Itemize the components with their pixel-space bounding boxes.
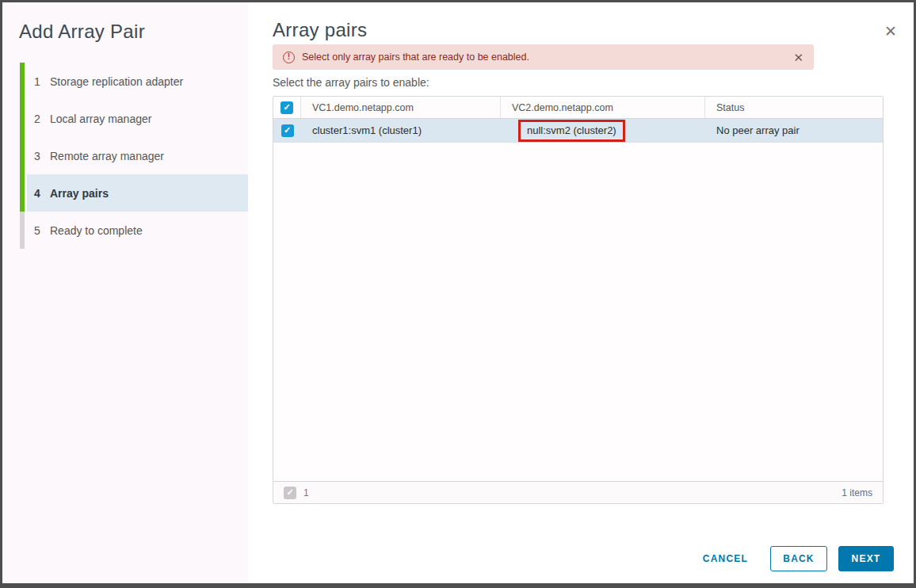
alert-message: Select only array pairs that are ready t… xyxy=(302,52,529,63)
row-select-cell: ✓ xyxy=(273,119,301,142)
step-label: Local array manager xyxy=(50,113,151,125)
step-progress-bar xyxy=(20,212,25,249)
step-progress-bar xyxy=(20,137,25,174)
step-label: Ready to complete xyxy=(50,224,143,237)
cancel-button[interactable]: CANCEL xyxy=(700,546,751,571)
step-number: 2 xyxy=(32,113,42,125)
remote-array-cell: null:svm2 (cluster2) xyxy=(501,119,705,142)
status-cell: No peer array pair xyxy=(705,119,883,142)
exclamation-circle-icon: ! xyxy=(283,52,295,63)
step-ready-to-complete[interactable]: 5 Ready to complete xyxy=(2,212,248,249)
step-number: 3 xyxy=(32,150,42,162)
step-progress-bar xyxy=(20,63,25,100)
array-pairs-table: ✓ VC1.demo.netapp.com VC2.demo.netapp.co… xyxy=(273,96,884,504)
red-highlight-box: null:svm2 (cluster2) xyxy=(518,120,625,142)
selected-count-checkbox-icon: ✓ xyxy=(284,487,296,499)
column-header-vc1: VC1.demo.netapp.com xyxy=(301,97,501,118)
column-header-vc2: VC2.demo.netapp.com xyxy=(501,97,705,118)
step-number: 1 xyxy=(32,75,42,88)
remote-array-value: null:svm2 (cluster2) xyxy=(527,124,616,136)
next-button[interactable]: NEXT xyxy=(838,546,894,571)
step-label: Storage replication adapter xyxy=(50,75,183,88)
step-local-array-manager[interactable]: 2 Local array manager xyxy=(2,100,248,137)
wizard-page-array-pairs: ✕ Array pairs ! Select only array pairs … xyxy=(248,2,914,583)
page-title: Array pairs xyxy=(273,19,914,41)
wizard-sidebar: Add Array Pair 1 Storage replication ada… xyxy=(2,2,248,583)
select-all-checkbox[interactable]: ✓ xyxy=(281,101,293,114)
close-icon[interactable]: ✕ xyxy=(884,24,897,39)
table-footer: ✓ 1 1 items xyxy=(273,481,883,503)
table-empty-area xyxy=(273,143,883,481)
wizard-steps: 1 Storage replication adapter 2 Local ar… xyxy=(2,63,248,249)
dialog-title: Add Array Pair xyxy=(19,20,248,44)
select-all-cell: ✓ xyxy=(273,97,301,118)
step-label: Array pairs xyxy=(50,187,109,200)
items-count: 1 items xyxy=(842,487,872,498)
step-number: 4 xyxy=(32,187,42,200)
step-number: 5 xyxy=(32,224,42,237)
error-alert-banner: ! Select only array pairs that are ready… xyxy=(273,44,814,70)
step-progress-bar xyxy=(20,100,25,137)
add-array-pair-dialog: Add Array Pair 1 Storage replication ada… xyxy=(0,0,916,588)
table-header-row: ✓ VC1.demo.netapp.com VC2.demo.netapp.co… xyxy=(273,97,883,119)
back-button[interactable]: BACK xyxy=(770,546,827,571)
step-remote-array-manager[interactable]: 3 Remote array manager xyxy=(2,137,248,174)
step-storage-replication-adapter[interactable]: 1 Storage replication adapter xyxy=(2,63,248,100)
column-header-status: Status xyxy=(705,97,883,118)
selected-count: 1 xyxy=(303,487,309,498)
step-array-pairs[interactable]: 4 Array pairs xyxy=(2,174,248,212)
row-checkbox[interactable]: ✓ xyxy=(281,124,294,137)
alert-close-icon[interactable]: ✕ xyxy=(793,52,803,63)
table-instruction: Select the array pairs to enable: xyxy=(273,76,914,89)
step-progress-bar xyxy=(20,174,25,212)
wizard-action-bar: CANCEL BACK NEXT xyxy=(273,546,894,571)
local-array-cell: cluster1:svm1 (cluster1) xyxy=(301,119,501,142)
step-label: Remote array manager xyxy=(50,150,164,162)
table-row[interactable]: ✓ cluster1:svm1 (cluster1) null:svm2 (cl… xyxy=(273,119,883,143)
